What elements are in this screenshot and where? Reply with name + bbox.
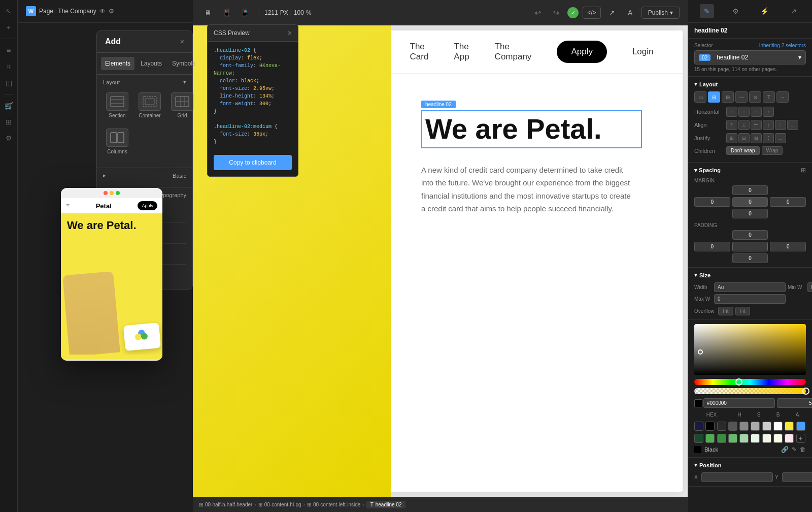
color-delete-icon[interactable]: 🗑 xyxy=(800,446,806,453)
x-input[interactable] xyxy=(701,472,773,482)
hue-slider[interactable] xyxy=(694,379,806,385)
h-input[interactable] xyxy=(777,398,812,408)
swatch-14[interactable] xyxy=(728,434,737,443)
nav-link-app[interactable]: The App xyxy=(454,42,469,62)
nav-link-login[interactable]: Login xyxy=(632,47,654,57)
padding-left-input[interactable] xyxy=(694,242,730,251)
redo-icon[interactable]: ↪ xyxy=(549,6,563,20)
max-w-input[interactable] xyxy=(714,294,786,304)
margin-center-input[interactable] xyxy=(732,197,768,207)
margin-right-input[interactable] xyxy=(770,197,806,207)
layout-item-columns[interactable]: Columns xyxy=(103,125,131,157)
nav-link-company[interactable]: The Company xyxy=(495,42,532,62)
align-baseline[interactable]: ⋮ xyxy=(775,120,786,130)
layout-panel-header[interactable]: ▾ Layout xyxy=(694,81,806,87)
layout-section-toggle[interactable]: Layout ▾ xyxy=(103,79,186,85)
cms-icon[interactable]: ⊞ xyxy=(2,115,16,129)
color-edit-icon[interactable]: ✎ xyxy=(792,446,797,453)
swatch-12[interactable] xyxy=(705,434,715,443)
dir-h-reverse[interactable]: ← xyxy=(751,107,762,117)
fit-opt-2[interactable]: Fit xyxy=(735,307,750,315)
breadcrumb-4-active[interactable]: T headline 02 xyxy=(366,501,406,508)
swatch-10[interactable] xyxy=(796,422,805,431)
hue-cursor[interactable] xyxy=(735,378,742,386)
font-icon[interactable]: A xyxy=(623,6,637,20)
display-grid[interactable]: ⊞ xyxy=(722,91,734,103)
add-panel-close-icon[interactable]: × xyxy=(180,38,184,46)
display-flex[interactable]: ⊟ xyxy=(708,91,720,103)
width-input[interactable] xyxy=(714,282,786,292)
size-panel-header[interactable]: ▾ Size xyxy=(694,272,806,278)
opacity-slider[interactable] xyxy=(694,388,806,394)
device-tablet-icon[interactable]: 📱 xyxy=(219,6,233,20)
align-start[interactable]: ⊤ xyxy=(726,120,737,130)
swatch-19[interactable] xyxy=(785,434,794,443)
swatch-4[interactable] xyxy=(728,422,737,431)
assets-icon[interactable]: ◫ xyxy=(2,76,16,90)
swatch-6[interactable] xyxy=(751,422,760,431)
wrap-dont[interactable]: Don't wrap xyxy=(726,146,760,155)
navigator-icon[interactable]: ≡ xyxy=(2,43,16,57)
display-text[interactable]: T xyxy=(763,91,775,103)
color-gradient[interactable] xyxy=(694,324,806,375)
swatch-18[interactable] xyxy=(773,434,783,443)
style-tab-icon[interactable]: ✎ xyxy=(700,4,714,18)
device-mobile-icon[interactable]: 📱 xyxy=(238,6,252,20)
margin-top-input[interactable] xyxy=(732,185,768,195)
breadcrumb-2[interactable]: ⊞ 00-content-hl-pg xyxy=(258,502,301,507)
breadcrumb-3[interactable]: ⊞ 00-content-left-inside xyxy=(307,502,360,507)
publish-button[interactable]: Publish ▾ xyxy=(641,7,680,19)
align-end[interactable]: ⊢ xyxy=(751,120,762,130)
min-w-input[interactable] xyxy=(807,282,812,292)
copy-to-clipboard-button[interactable]: Copy to clipboard xyxy=(214,155,292,170)
position-panel-header[interactable]: ▾ Position xyxy=(694,462,806,468)
justify-space-between[interactable]: ⋮ xyxy=(763,133,774,143)
wrap-wrap[interactable]: Wrap xyxy=(762,146,783,155)
ecommerce-icon[interactable]: 🛒 xyxy=(2,99,16,113)
justify-end[interactable]: ⊠ xyxy=(751,133,762,143)
justify-center[interactable]: ⊟ xyxy=(738,133,750,143)
color-gradient-cursor[interactable] xyxy=(698,349,703,355)
dir-horizontal[interactable]: → xyxy=(726,107,737,117)
dir-vertical[interactable]: ↓ xyxy=(738,107,750,117)
color-link-icon[interactable]: 🔗 xyxy=(781,446,789,453)
display-inline[interactable]: — xyxy=(735,91,748,103)
display-grow[interactable]: ↔ xyxy=(776,91,789,103)
cursor-tool-icon[interactable]: ↖ xyxy=(2,4,16,18)
nav-apply-button[interactable]: Apply xyxy=(557,41,607,63)
nav-link-card[interactable]: The Card xyxy=(410,42,429,62)
hex-input[interactable] xyxy=(703,398,775,408)
settings-tab-icon[interactable]: ⚙ xyxy=(729,4,743,18)
swatch-13[interactable] xyxy=(717,434,726,443)
justify-start[interactable]: ⊞ xyxy=(726,133,737,143)
css-preview-close-icon[interactable]: × xyxy=(288,29,292,37)
justify-space-around[interactable]: … xyxy=(775,133,786,143)
basic-section-toggle[interactable]: ▸ Basic xyxy=(103,172,186,179)
breadcrumb-1[interactable]: ⊞ 00-half-n-half-header xyxy=(199,502,252,507)
swatch-7[interactable] xyxy=(762,422,771,431)
tab-layouts[interactable]: Layouts xyxy=(137,57,166,70)
swatch-8[interactable] xyxy=(773,422,783,431)
swatch-15[interactable] xyxy=(739,434,749,443)
settings-icon[interactable]: ⚙ xyxy=(2,131,16,145)
hex-color-preview[interactable] xyxy=(694,399,702,407)
page-name[interactable]: The Company xyxy=(58,8,96,15)
swatch-9[interactable] xyxy=(785,422,794,431)
layout-item-container[interactable]: Container xyxy=(136,89,164,121)
device-desktop-icon[interactable]: 🖥 xyxy=(201,6,215,20)
dir-v-reverse[interactable]: ↑ xyxy=(763,107,774,117)
export-icon[interactable]: ↗ xyxy=(605,6,619,20)
align-extra[interactable]: … xyxy=(787,120,798,130)
swatch-2[interactable] xyxy=(705,422,715,431)
swatch-17[interactable] xyxy=(762,434,771,443)
margin-left-input[interactable] xyxy=(694,197,730,207)
fit-opt-1[interactable]: Fit xyxy=(718,307,733,315)
padding-right-input[interactable] xyxy=(770,242,806,251)
swatch-16[interactable] xyxy=(751,434,760,443)
padding-bottom-input[interactable] xyxy=(732,253,768,263)
align-center[interactable]: ⊥ xyxy=(738,120,750,130)
styles-icon[interactable]: ⌗ xyxy=(2,59,16,74)
tab-elements[interactable]: Elements xyxy=(101,57,134,70)
y-input[interactable] xyxy=(782,472,812,482)
selector-inherit-text[interactable]: Inheriting 2 selectors xyxy=(759,43,806,48)
